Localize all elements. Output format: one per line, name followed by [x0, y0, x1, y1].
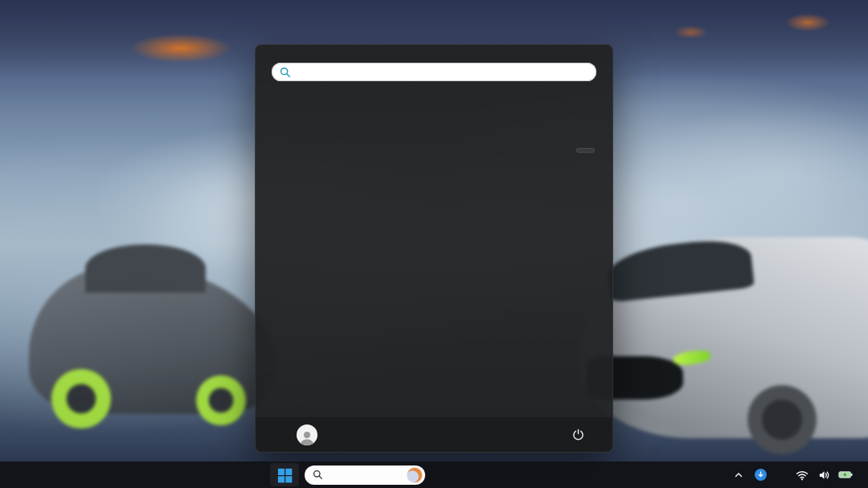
- start-user-bar: [256, 417, 612, 452]
- windows-logo-icon: [276, 467, 293, 483]
- power-button[interactable]: [566, 423, 590, 447]
- taskbar: [0, 461, 868, 488]
- taskbar-search-input[interactable]: [305, 465, 425, 485]
- user-account-button[interactable]: [290, 421, 334, 449]
- wallpaper-car-right: [579, 237, 868, 438]
- search-icon: [313, 470, 323, 480]
- start-button[interactable]: [270, 463, 299, 486]
- desktop: [0, 0, 868, 488]
- wallpaper-car-left: [29, 265, 278, 414]
- power-icon: [572, 429, 584, 441]
- wifi-icon[interactable]: [795, 465, 809, 485]
- start-search-input[interactable]: [272, 63, 596, 81]
- start-menu: [255, 44, 613, 453]
- tray-chevron-up-icon[interactable]: [731, 465, 746, 485]
- user-avatar: [297, 424, 317, 445]
- all-apps-button[interactable]: [576, 148, 595, 153]
- battery-icon[interactable]: [838, 465, 853, 485]
- volume-icon[interactable]: [817, 465, 831, 485]
- search-icon: [280, 67, 291, 78]
- windows-update-tray-icon[interactable]: [753, 465, 768, 485]
- search-highlights-icon[interactable]: [407, 467, 423, 483]
